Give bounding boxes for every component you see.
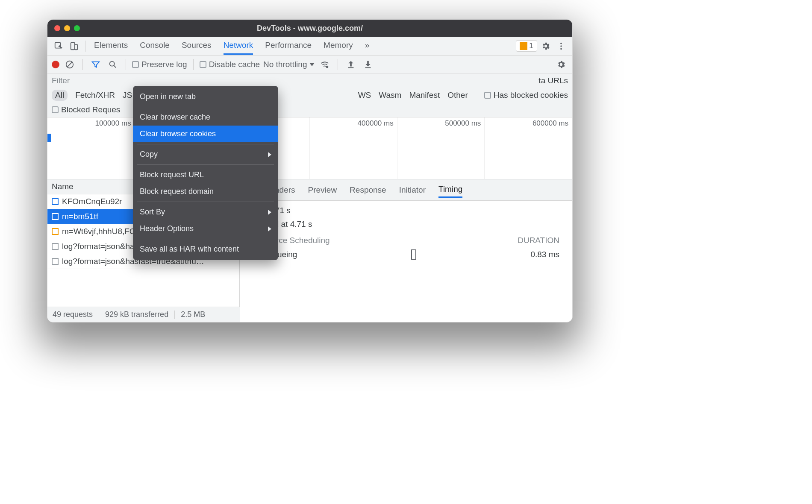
timeline-tick: 500000 ms [445,119,481,128]
warning-count: 1 [529,41,533,50]
status-requests: 49 requests [53,310,93,319]
network-toolbar: Preserve log Disable cache No throttling [47,56,572,73]
context-menu: Open in new tab Clear browser cache Clea… [133,86,278,260]
has-blocked-cookies-checkbox[interactable]: Has blocked cookies [484,91,568,100]
tab-sources[interactable]: Sources [182,37,212,55]
timeline-tick: 100000 ms [95,119,131,128]
preserve-log-checkbox[interactable]: Preserve log [132,60,187,69]
timing-started: Started at 4.71 s [253,220,559,229]
filter-type-other[interactable]: Other [447,91,468,100]
disable-cache-checkbox[interactable]: Disable cache [200,60,260,69]
record-button[interactable] [52,61,59,68]
tab-elements[interactable]: Elements [94,37,128,55]
tab-more[interactable]: » [365,37,370,55]
detail-tab-response[interactable]: Response [350,183,386,197]
svg-rect-10 [365,67,371,68]
ctx-clear-cookies[interactable]: Clear browser cookies [133,126,278,142]
checkbox-icon [132,61,139,68]
timeline-overview[interactable]: 100000 ms 400000 ms 500000 ms 600000 ms [47,117,572,179]
network-conditions-icon[interactable] [318,58,332,71]
ctx-block-domain[interactable]: Block request domain [133,183,278,200]
ctx-copy[interactable]: Copy [133,146,278,163]
warning-icon [520,42,527,50]
filter-type-all[interactable]: All [52,90,68,101]
detail-tab-preview[interactable]: Preview [308,183,337,197]
chevron-right-icon [268,210,271,215]
tab-performance[interactable]: Performance [265,37,312,55]
checkbox-icon [484,92,491,99]
timeline-tick: 600000 ms [533,119,568,128]
svg-point-8 [326,65,329,68]
ctx-block-url[interactable]: Block request URL [133,167,278,183]
resource-icon [52,258,59,265]
timing-pane: d at 4.71 s Started at 4.71 s Resource S… [240,201,572,265]
svg-point-3 [560,42,562,44]
filter-types: All Fetch/XHR JS WS Wasm Manifest Other … [52,90,568,101]
queueing-bar [411,249,416,260]
chevron-down-icon [309,63,315,66]
main-tabs-row: Elements Console Sources Network Perform… [47,37,572,56]
queueing-value: 0.83 ms [530,250,559,259]
ctx-save-har[interactable]: Save all as HAR with content [133,241,278,258]
devtools-window: DevTools - www.google.com/ Elements Cons… [47,19,573,322]
request-details: × aders Preview Response Initiator Timin… [240,179,572,308]
ctx-header-options[interactable]: Header Options [133,220,278,237]
titlebar: DevTools - www.google.com/ [47,20,572,37]
filter-type-wasm[interactable]: Wasm [379,91,401,100]
status-resources: 2.5 MB [181,310,205,319]
network-settings-icon[interactable] [554,58,568,71]
search-icon[interactable] [106,58,120,71]
resource-icon [52,198,59,205]
filter-icon[interactable] [89,58,103,71]
svg-point-4 [560,45,562,47]
svg-point-7 [110,61,115,66]
clear-icon[interactable] [63,58,76,71]
filter-type-js[interactable]: JS [123,91,132,100]
filter-type-ws[interactable]: WS [358,91,371,100]
filter-type-fetchxhr[interactable]: Fetch/XHR [75,91,115,100]
panel-tabs: Elements Console Sources Network Perform… [94,37,369,55]
upload-har-icon[interactable] [344,58,358,71]
ctx-clear-cache[interactable]: Clear browser cache [133,109,278,126]
window-title: DevTools - www.google.com/ [47,24,572,33]
device-toolbar-icon[interactable] [67,39,81,53]
resource-icon [52,213,59,220]
download-har-icon[interactable] [361,58,375,71]
chevron-right-icon [268,226,271,231]
throttling-select[interactable]: No throttling [263,60,315,69]
network-split: Name KFOmCnqEu92r m=bm51tf m=Wt6vjf,hhhU… [47,179,572,308]
timeline-tick: 400000 ms [358,119,394,128]
detail-tab-initiator[interactable]: Initiator [399,183,426,197]
status-bar: 49 requests 929 kB transferred 2.5 MB [47,307,240,322]
ctx-sort-by[interactable]: Sort By [133,204,278,220]
kebab-menu-icon[interactable] [554,39,568,53]
tab-memory[interactable]: Memory [324,37,353,55]
checkbox-icon [200,61,206,68]
status-transferred: 929 kB transferred [105,310,168,319]
warnings-badge[interactable]: 1 [516,40,537,52]
inspect-element-icon[interactable] [52,39,65,53]
svg-rect-1 [71,42,75,50]
filter-type-manifest[interactable]: Manifest [409,91,440,100]
chevron-right-icon [268,152,271,157]
duration-label: DURATION [518,236,559,245]
detail-tab-timing[interactable]: Timing [438,182,462,198]
ctx-open-new-tab[interactable]: Open in new tab [133,88,278,105]
checkbox-icon [52,106,59,113]
filter-bar: Filter ta URLs All Fetch/XHR JS WS Wasm … [47,73,572,117]
timing-queued-fragment: d at 4.71 s [253,206,559,215]
blocked-requests-checkbox[interactable]: Blocked Reques [52,105,120,114]
resource-icon [52,228,59,235]
svg-point-5 [560,48,562,50]
svg-rect-2 [75,44,77,50]
svg-rect-9 [348,67,354,68]
resource-icon [52,243,59,250]
separator [85,41,85,52]
tab-console[interactable]: Console [140,37,170,55]
detail-tabs: × aders Preview Response Initiator Timin… [240,179,572,201]
filter-input[interactable]: Filter [52,76,70,85]
settings-icon[interactable] [539,39,553,53]
data-urls-fragment: ta URLs [538,76,568,85]
tab-network[interactable]: Network [224,37,253,55]
